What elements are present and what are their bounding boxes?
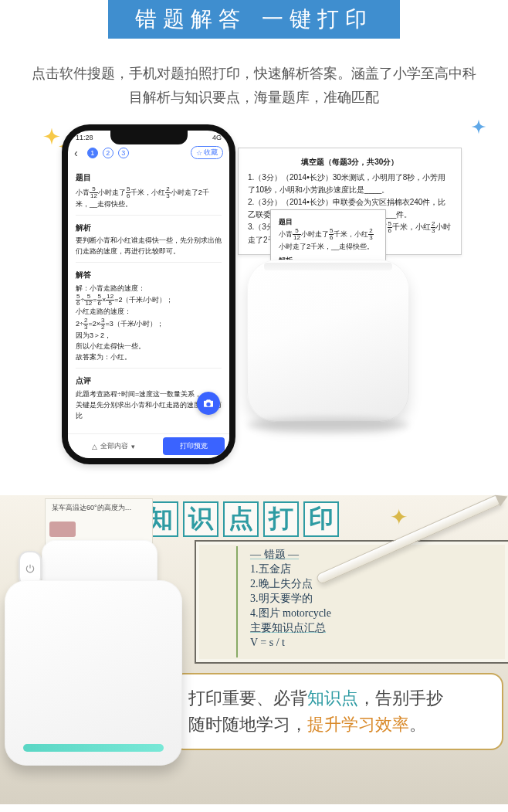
speech-bubble: 打印重要、必背知识点，告别手抄 随时随地学习，提升学习效率。 (171, 673, 503, 750)
phone-mockup: 11:28 4G ‹ 1 2 3 ☆ 收藏 题目 小青512小时走了56千米，小… (62, 124, 235, 464)
bb-left-button[interactable]: △ 全部内容 ▾ (68, 434, 158, 458)
nb-l6: V = s / t (250, 636, 499, 651)
nb-l4: 4.图片 motorcycle (250, 606, 499, 621)
answer-title: 解答 (76, 269, 222, 281)
title-char: 打 (263, 501, 299, 537)
phone-bottom-bar: △ 全部内容 ▾ 打印预览 (68, 433, 229, 458)
answer-body: 解：小青走路的速度： 56÷512=56×125=2（千米/小时）； 小红走路的… (76, 284, 222, 364)
page-dots: 1 2 3 (83, 148, 186, 158)
bubble-line-2: 随时随地学习，提升学习效率。 (188, 712, 486, 738)
side-printer: 某车高温达60°的高度为… (5, 526, 182, 781)
banner-left: 错题解答 (135, 5, 246, 34)
camera-icon (202, 397, 215, 409)
bubble-line-1: 打印重要、必背知识点，告别手抄 (188, 685, 486, 712)
nb-l3: 3.明天要学的 (250, 592, 499, 606)
title-char: 印 (303, 501, 339, 537)
star-icon: ☆ (196, 149, 202, 157)
page-dot-2[interactable]: 2 (103, 148, 113, 158)
collect-button[interactable]: ☆ 收藏 (191, 146, 223, 159)
nb-l2: 2.晚上失分点 (250, 577, 499, 592)
status-time: 11:28 (76, 134, 93, 141)
camera-fab[interactable] (197, 392, 220, 415)
exam-line-1: 1.（3分）（2014•长沙）30米测试，小明用了8秒，小芳用了10秒，小明和小… (248, 172, 452, 196)
power-icon (25, 563, 36, 574)
banner-right: 一键打印 (262, 5, 373, 34)
printer-device (247, 260, 409, 422)
status-signal: 4G (212, 134, 222, 141)
title-char: 点 (223, 501, 259, 537)
side-tag (49, 522, 76, 537)
slip-title-1: 题目 (279, 216, 378, 227)
print-preview-button[interactable]: 打印预览 (163, 437, 225, 455)
analysis-body: 要判断小青和小红谁走得快一些，先分别求出他们走路的速度，再进行比较即可。 (76, 236, 222, 257)
nav-row: ‹ 1 2 3 ☆ 收藏 (68, 141, 229, 162)
question-title: 题目 (76, 172, 222, 184)
phone-notch (110, 131, 188, 144)
printer-accent (23, 744, 164, 752)
description-text: 点击软件搜题，手机对题拍照打印，快速解析答案。涵盖了小学至高中科目解析与知识要点… (0, 46, 508, 117)
chevron-down-icon: ▾ (131, 443, 135, 450)
sparkle-icon: ✦ (390, 505, 408, 530)
question-body: 小青512小时走了56千米，小红23小时走了2千米，__走得快些。 (76, 186, 222, 210)
back-button[interactable]: ‹ (74, 147, 78, 159)
exam-paper-title: 填空题（每题3分，共30分） (248, 156, 452, 168)
phone-content: 题目 小青512小时走了56千米，小红23小时走了2千米，__走得快些。 解析 … (68, 162, 229, 421)
top-banner: 错题解答 一键打印 (108, 0, 400, 39)
list-icon: △ (92, 443, 97, 450)
comment-title: 点评 (76, 375, 222, 387)
printer-body (5, 580, 182, 766)
page-dot-3[interactable]: 3 (118, 148, 129, 158)
product-stage: 填空题（每题3分，共30分） 1.（3分）（2014•长沙）30米测试，小明用了… (0, 124, 508, 495)
page-dot-1[interactable]: 1 (87, 148, 98, 158)
title-char: 识 (183, 501, 218, 537)
nb-l1: 1.五金店 (250, 562, 499, 577)
nb-l5: 主要知识点汇总 (250, 621, 499, 636)
bottom-section: 知 识 点 打 印 ✦ — 错题 — 1.五金店 2.晚上失分点 3.明天要学的… (0, 495, 508, 804)
analysis-title: 解析 (76, 222, 222, 234)
slip-body: 小青512小时走了56千米，小红23小时走了2千米，__走得快些。 (279, 228, 378, 252)
